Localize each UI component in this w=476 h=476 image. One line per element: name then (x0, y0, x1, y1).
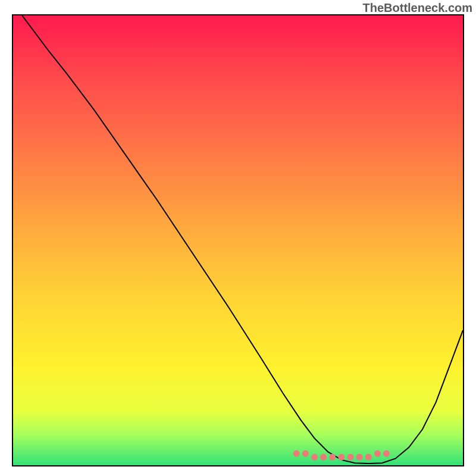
optimal-dot (320, 454, 327, 461)
optimal-dot (374, 450, 381, 457)
plot-frame (12, 14, 464, 466)
optimal-zone-dots (293, 450, 390, 461)
optimal-dot (311, 454, 318, 461)
optimal-dot (356, 454, 363, 461)
optimal-dot (383, 450, 390, 457)
bottleneck-curve (22, 15, 463, 464)
curve-layer (13, 15, 463, 465)
chart-container: TheBottleneck.com (0, 0, 476, 476)
optimal-dot (302, 450, 309, 457)
watermark-text: TheBottleneck.com (363, 1, 472, 15)
optimal-dot (338, 454, 345, 461)
optimal-dot (293, 450, 300, 457)
optimal-dot (347, 454, 354, 461)
optimal-dot (329, 454, 336, 461)
optimal-dot (365, 454, 372, 461)
